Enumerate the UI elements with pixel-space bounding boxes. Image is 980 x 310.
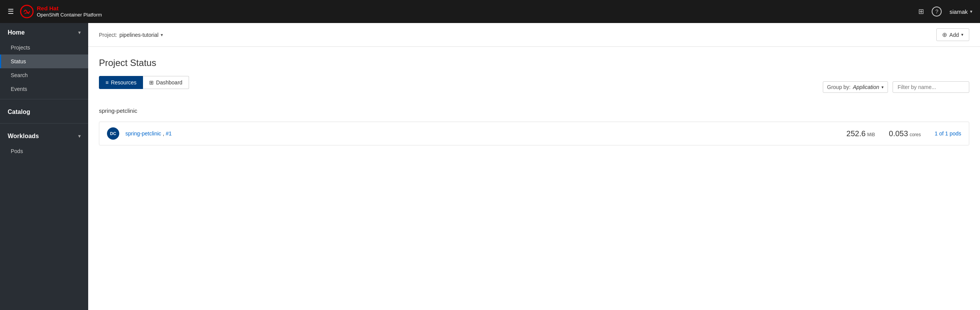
resource-separator: , [163, 130, 164, 137]
user-menu[interactable]: siamak ▾ [949, 8, 972, 15]
redhat-logo-icon [20, 5, 34, 18]
username: siamak [949, 8, 968, 15]
group-by-select[interactable]: Group by: Application ▾ [823, 81, 888, 93]
brand-openshift: OpenShift Container Platform [37, 12, 102, 18]
group-by-chevron-icon: ▾ [881, 85, 884, 90]
sidebar-catalog-label: Catalog [8, 109, 30, 115]
project-name: pipelines-tutorial [119, 32, 158, 38]
brand-redhat: Red Hat [37, 5, 102, 12]
tab-and-filter-bar: ≡ Resources ⊞ Dashboard Group by: Applic… [99, 76, 969, 98]
sidebar-item-events[interactable]: Events [0, 82, 88, 96]
group-by-label: Group by: [827, 84, 850, 90]
add-chevron-icon: ▾ [961, 32, 964, 37]
resources-tab-label: Resources [111, 79, 136, 86]
add-button-label: Add [949, 32, 959, 38]
project-label: Project: [99, 32, 117, 38]
project-selector[interactable]: Project: pipelines-tutorial ▾ [99, 32, 163, 38]
cpu-unit: cores [909, 132, 921, 137]
page-title: Project Status [99, 58, 969, 68]
cpu-value: 0.053 [889, 129, 908, 138]
sidebar-catalog-section: Catalog [0, 102, 88, 120]
add-button[interactable]: ⊕ Add ▾ [936, 28, 969, 41]
navbar: ☰ Red Hat OpenShift Container Platform ⊞… [0, 0, 980, 23]
filter-bar: Group by: Application ▾ [823, 81, 969, 93]
memory-unit: MiB [867, 132, 875, 137]
dashboard-tab-icon: ⊞ [149, 79, 154, 86]
sidebar-home-chevron-icon: ▾ [78, 30, 81, 35]
tab-dashboard[interactable]: ⊞ Dashboard [143, 76, 189, 89]
memory-metric: 252.6 MiB [847, 129, 875, 138]
content-area: Project Status ≡ Resources ⊞ Dashboard G… [88, 47, 980, 156]
sidebar-workloads-header[interactable]: Workloads ▾ [0, 127, 88, 144]
sidebar-home-header[interactable]: Home ▾ [0, 23, 88, 41]
tab-bar: ≡ Resources ⊞ Dashboard [99, 76, 189, 89]
brand: Red Hat OpenShift Container Platform [20, 5, 102, 18]
sidebar-home-label: Home [8, 29, 25, 36]
brand-text: Red Hat OpenShift Container Platform [37, 5, 102, 18]
navbar-left: ☰ Red Hat OpenShift Container Platform [8, 5, 102, 18]
navbar-right: ⊞ ? siamak ▾ [918, 7, 972, 16]
tab-resources[interactable]: ≡ Resources [99, 76, 143, 89]
resource-name: spring-petclinic , #1 [125, 130, 172, 137]
sidebar-divider-1 [0, 99, 88, 99]
group-by-value: Application [853, 84, 880, 90]
sidebar-workloads-section: Workloads ▾ Pods [0, 127, 88, 158]
sidebar-home-section: Home ▾ Projects Status Search Events [0, 23, 88, 96]
project-bar: Project: pipelines-tutorial ▾ ⊕ Add ▾ [88, 23, 980, 47]
sidebar-item-pods[interactable]: Pods [0, 144, 88, 158]
add-plus-icon: ⊕ [942, 31, 947, 38]
grid-icon[interactable]: ⊞ [918, 7, 924, 16]
sidebar-workloads-chevron-icon: ▾ [78, 134, 81, 139]
sidebar-item-search[interactable]: Search [0, 68, 88, 82]
sidebar-catalog-header[interactable]: Catalog [0, 102, 88, 120]
help-icon[interactable]: ? [932, 7, 942, 16]
resource-metrics: 252.6 MiB 0.053 cores 1 of 1 pods [847, 129, 961, 138]
cpu-metric: 0.053 cores [889, 129, 921, 138]
main-content: Project: pipelines-tutorial ▾ ⊕ Add ▾ Pr… [88, 23, 980, 310]
hamburger-menu-icon[interactable]: ☰ [8, 7, 14, 16]
resource-link-name[interactable]: spring-petclinic [125, 130, 161, 137]
pods-link[interactable]: 1 of 1 pods [935, 130, 961, 137]
user-menu-chevron-icon: ▾ [970, 9, 972, 14]
memory-value: 252.6 [847, 129, 866, 138]
sidebar-divider-2 [0, 123, 88, 124]
resource-row: DC spring-petclinic , #1 252.6 MiB 0.053… [99, 122, 969, 145]
sidebar-item-projects[interactable]: Projects [0, 41, 88, 54]
sidebar: Home ▾ Projects Status Search Events Cat… [0, 23, 88, 310]
resource-link-number[interactable]: #1 [166, 130, 172, 137]
app-group-label: spring-petclinic [99, 107, 969, 117]
resources-tab-icon: ≡ [105, 79, 109, 86]
sidebar-workloads-label: Workloads [8, 133, 39, 140]
dashboard-tab-label: Dashboard [156, 79, 183, 86]
project-chevron-icon[interactable]: ▾ [161, 32, 163, 38]
filter-by-name-input[interactable] [893, 81, 969, 93]
sidebar-item-status[interactable]: Status [0, 54, 88, 68]
dc-badge: DC [107, 127, 119, 140]
